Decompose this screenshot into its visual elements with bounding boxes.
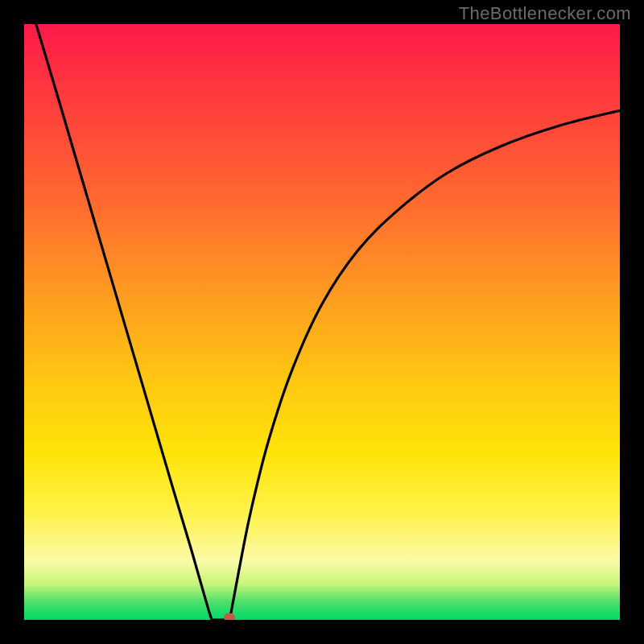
chart-frame: TheBottlenecker.com bbox=[0, 0, 644, 644]
curve-left-branch bbox=[36, 24, 212, 620]
watermark-text: TheBottlenecker.com bbox=[459, 3, 631, 24]
curve-right-branch bbox=[229, 110, 620, 620]
plot-area bbox=[24, 24, 620, 620]
minimum-marker-dot bbox=[224, 613, 235, 621]
bottleneck-curve bbox=[24, 24, 620, 620]
